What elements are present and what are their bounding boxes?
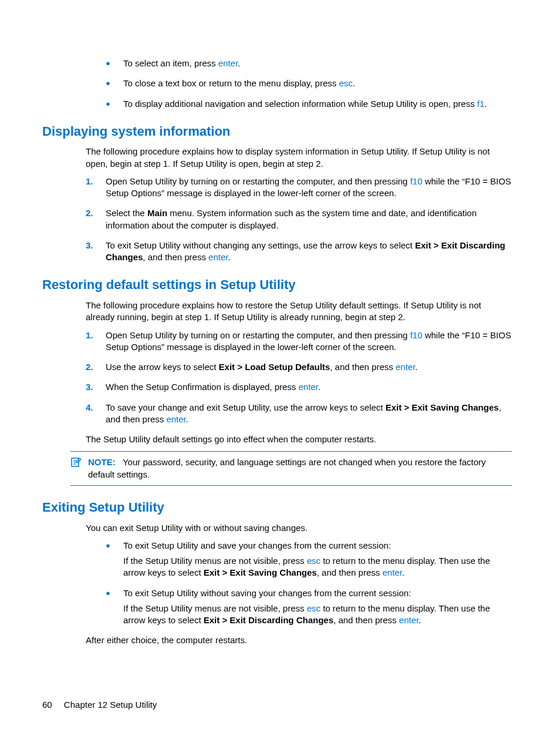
page-footer: 60 Chapter 12 Setup Utility (42, 699, 157, 711)
list-item: ● To exit Setup Utility without saving y… (106, 587, 512, 627)
step-item: 2. Select the Main menu. System informat… (86, 207, 512, 231)
body-paragraph: The following procedure explains how to … (86, 300, 512, 324)
list-item-text: To exit Setup Utility without saving you… (123, 587, 512, 627)
list-item-text: To select an item, press enter. (123, 58, 512, 69)
intro-bullet-list: ● To select an item, press enter. ● To c… (106, 58, 512, 110)
note-callout: NOTE: Your password, security, and langu… (70, 451, 512, 486)
document-page: ● To select an item, press enter. ● To c… (0, 0, 560, 746)
list-item-text: To display additional navigation and sel… (123, 98, 512, 110)
bullet-list: ● To exit Setup Utility and save your ch… (106, 540, 512, 627)
note-icon (70, 456, 82, 480)
heading-displaying-system-information: Displaying system information (42, 123, 512, 140)
list-item: ● To close a text box or return to the m… (106, 78, 512, 89)
ordered-steps: 1. Open Setup Utility by turning on or r… (86, 330, 512, 426)
step-text: Use the arrow keys to select Exit > Load… (106, 361, 512, 373)
body-paragraph: The Setup Utility default settings go in… (86, 434, 512, 445)
step-number: 1. (86, 330, 95, 354)
list-item: ● To display additional navigation and s… (106, 98, 512, 110)
step-number: 2. (86, 361, 95, 373)
step-number: 1. (86, 176, 95, 200)
step-text: To save your change and exit Setup Utili… (106, 402, 512, 426)
bullet-icon: ● (106, 58, 113, 69)
list-item-text: To exit Setup Utility and save your chan… (123, 540, 512, 579)
step-text: Open Setup Utility by turning on or rest… (106, 330, 512, 354)
step-text: Select the Main menu. System information… (106, 207, 512, 231)
bullet-icon: ● (106, 98, 113, 110)
body-paragraph: You can exit Setup Utility with or witho… (86, 522, 512, 534)
step-item: 3. To exit Setup Utility without changin… (86, 240, 512, 264)
body-paragraph: The following procedure explains how to … (86, 146, 512, 170)
step-text: To exit Setup Utility without changing a… (106, 240, 512, 264)
step-text: Open Setup Utility by turning on or rest… (106, 176, 512, 200)
ordered-steps: 1. Open Setup Utility by turning on or r… (86, 176, 512, 264)
step-item: 3. When the Setup Confirmation is displa… (86, 381, 512, 393)
body-paragraph: After either choice, the computer restar… (86, 634, 512, 646)
step-item: 2. Use the arrow keys to select Exit > L… (86, 361, 512, 373)
heading-exiting-setup-utility: Exiting Setup Utility (42, 499, 512, 516)
step-number: 3. (86, 381, 95, 393)
step-number: 2. (86, 207, 95, 231)
list-item: ● To exit Setup Utility and save your ch… (106, 540, 512, 579)
step-item: 4. To save your change and exit Setup Ut… (86, 402, 512, 426)
bullet-icon: ● (106, 540, 113, 579)
note-text: NOTE: Your password, security, and langu… (88, 456, 512, 480)
step-item: 1. Open Setup Utility by turning on or r… (86, 330, 512, 354)
step-item: 1. Open Setup Utility by turning on or r… (86, 176, 512, 200)
list-item-text: To close a text box or return to the men… (123, 78, 512, 89)
heading-restoring-defaults: Restoring default settings in Setup Util… (42, 276, 512, 294)
chapter-title: Chapter 12 Setup Utility (64, 700, 157, 710)
bullet-icon: ● (106, 78, 113, 89)
step-text: When the Setup Confirmation is displayed… (106, 381, 512, 393)
bullet-icon: ● (106, 587, 113, 627)
step-number: 4. (86, 402, 95, 426)
list-item: ● To select an item, press enter. (106, 58, 512, 69)
page-number: 60 (42, 700, 52, 710)
step-number: 3. (86, 240, 95, 264)
